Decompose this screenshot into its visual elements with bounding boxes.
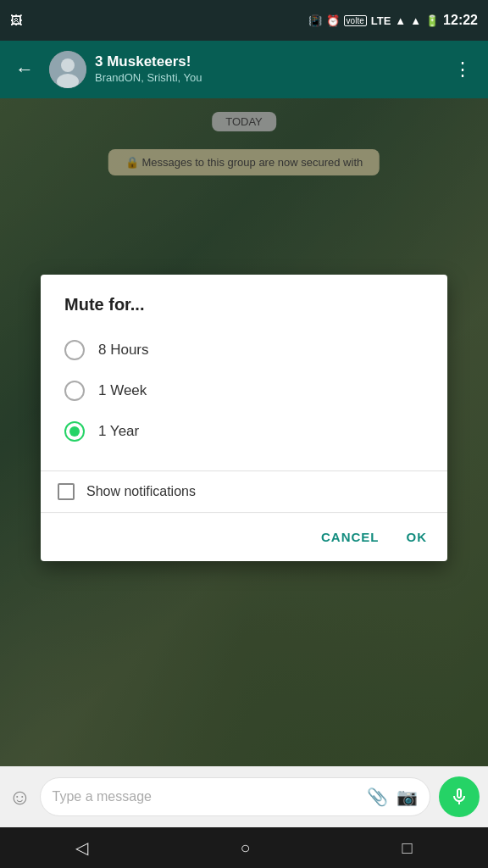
gallery-icon: 🖼 <box>10 14 22 27</box>
vibrate-icon: 📳 <box>308 14 322 27</box>
cancel-button[interactable]: CANCEL <box>318 523 383 551</box>
back-nav-button[interactable]: ◁ <box>58 831 105 865</box>
status-bar-right: 📳 ⏰ volte LTE ▲ ▲ 🔋 12:22 <box>308 13 478 28</box>
label-8hours: 8 Hours <box>98 342 149 359</box>
status-bar-left: 🖼 <box>10 14 22 27</box>
back-button[interactable]: ← <box>8 52 41 87</box>
radio-1week[interactable] <box>64 381 85 401</box>
camera-icon[interactable]: 📷 <box>396 787 418 807</box>
emoji-icon[interactable]: ☺ <box>8 784 31 810</box>
mic-button[interactable] <box>439 776 480 817</box>
lte-label: LTE <box>371 14 391 27</box>
label-1week: 1 Week <box>98 382 147 399</box>
dialog-title: Mute for... <box>64 295 424 314</box>
status-bar: 🖼 📳 ⏰ volte LTE ▲ ▲ 🔋 12:22 <box>0 0 488 41</box>
show-notifications-label: Show notifications <box>86 484 196 499</box>
menu-button[interactable]: ⋮ <box>446 52 480 87</box>
radio-8hours[interactable] <box>64 340 85 360</box>
toolbar: ← 3 Musketeers! BrandON, Srishti, You ⋮ <box>0 41 488 98</box>
radio-1year[interactable] <box>64 421 85 442</box>
battery-icon: 🔋 <box>425 14 439 27</box>
group-name: 3 Musketeers! <box>95 53 438 70</box>
show-notifications-checkbox[interactable] <box>58 483 75 500</box>
message-input-wrap[interactable]: Type a message 📎 📷 <box>40 777 430 816</box>
dialog-content: Mute for... 8 Hours 1 Week 1 Year <box>41 275 447 464</box>
ok-button[interactable]: OK <box>403 523 431 551</box>
mic-icon <box>449 787 469 807</box>
svg-point-1 <box>61 58 75 72</box>
attach-icon[interactable]: 📎 <box>367 787 388 807</box>
status-time: 12:22 <box>443 13 478 28</box>
option-1year[interactable]: 1 Year <box>64 413 424 450</box>
show-notifications-row[interactable]: Show notifications <box>41 471 447 512</box>
option-1week[interactable]: 1 Week <box>64 372 424 409</box>
home-nav-button[interactable]: ○ <box>223 832 267 865</box>
dialog-actions: CANCEL OK <box>41 513 447 561</box>
option-8hours[interactable]: 8 Hours <box>64 331 424 369</box>
group-members: BrandON, Srishti, You <box>95 71 438 86</box>
mute-dialog: Mute for... 8 Hours 1 Week 1 Year <box>41 275 447 561</box>
mute-options: 8 Hours 1 Week 1 Year <box>64 331 424 450</box>
avatar[interactable] <box>49 51 86 88</box>
nav-bar: ◁ ○ □ <box>0 827 488 868</box>
signal2-icon: ▲ <box>410 14 421 27</box>
volte-badge: volte <box>344 15 367 26</box>
message-placeholder: Type a message <box>53 789 358 804</box>
alarm-icon: ⏰ <box>326 14 340 27</box>
chat-background: TODAY 🔒 Messages to this group are now s… <box>0 98 488 766</box>
signal1-icon: ▲ <box>395 14 406 27</box>
show-notifications-checkbox-area[interactable]: Show notifications <box>58 483 196 500</box>
input-bar: ☺ Type a message 📎 📷 <box>0 766 488 827</box>
group-info[interactable]: 3 Musketeers! BrandON, Srishti, You <box>95 53 438 85</box>
recents-nav-button[interactable]: □ <box>385 832 429 865</box>
label-1year: 1 Year <box>98 423 139 440</box>
